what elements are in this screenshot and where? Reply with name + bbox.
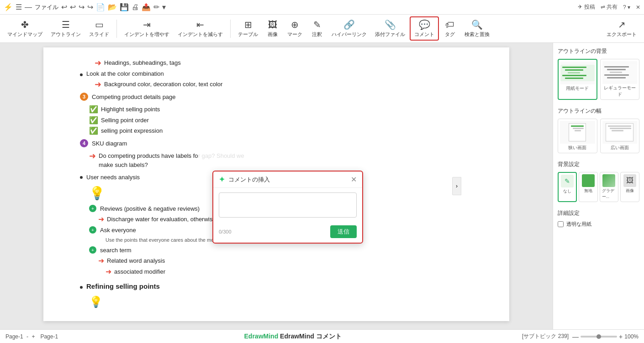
close-dialog-btn[interactable]: ✕	[351, 175, 357, 184]
zoom-slider[interactable]	[581, 336, 617, 338]
theme-regular-preview	[602, 61, 638, 84]
tag-btn[interactable]: 🏷 タグ	[440, 18, 460, 40]
comment-label: コメント	[414, 31, 434, 38]
bg-solid-btn[interactable]: 無地	[579, 172, 598, 202]
outline-btn[interactable]: ☰ アウトライン	[47, 17, 84, 40]
bg-gradient-icon	[602, 174, 615, 187]
width-narrow-btn[interactable]: 狭い画面	[558, 119, 597, 153]
preview-line	[612, 130, 623, 131]
open-icon[interactable]: 📂	[108, 3, 117, 11]
save-icon[interactable]: 💾	[120, 3, 129, 11]
window-icon[interactable]: ⚡	[4, 3, 13, 11]
undo-step-btn[interactable]: ↩	[70, 3, 76, 11]
new-file-icon[interactable]: 📄	[96, 3, 105, 11]
lightbulb-row-2: 💡	[80, 296, 491, 308]
mini-line	[562, 67, 586, 68]
export-btn[interactable]: ↗ エクスポート	[603, 17, 640, 40]
note-btn[interactable]: ✎ 注釈	[307, 17, 327, 40]
undo-btn[interactable]: ↩	[61, 3, 67, 11]
mini-outline-plain	[602, 64, 638, 81]
export-icon[interactable]: 📤	[142, 3, 151, 11]
mark-btn[interactable]: ⊕ マーク	[284, 17, 306, 40]
transparent-paper-checkbox[interactable]: 透明な用紙	[558, 221, 639, 228]
note-icon: ✎	[313, 19, 321, 30]
transparent-checkbox-input[interactable]	[558, 221, 564, 227]
more-icon[interactable]: ▾	[162, 3, 166, 11]
mini-outline-green	[560, 65, 595, 81]
outline-label: アウトライン	[51, 31, 81, 38]
table-btn[interactable]: ⊞ テーブル	[234, 17, 262, 40]
redo-btn[interactable]: ↪	[79, 3, 84, 11]
theme-regular-btn[interactable]: レギュラーモード	[600, 59, 640, 100]
mini-line	[604, 66, 629, 68]
share-icon[interactable]: ⇌ 共有	[601, 3, 618, 11]
menu-icon[interactable]: ☰	[16, 3, 22, 11]
mini-line	[562, 75, 586, 76]
page-canvas[interactable]: ➜ Headings, subheadings, tags Look at th…	[0, 43, 553, 329]
bg-none-btn[interactable]: ✎ なし	[558, 172, 577, 202]
bg-image-btn[interactable]: 🖼 画像	[620, 172, 639, 202]
toolbar: ✤ マインドマップ ☰ アウトライン ▭ スライド ⇥ インデントを増やす ⇤ …	[0, 15, 644, 43]
image-btn[interactable]: 🖼 画像	[263, 18, 283, 40]
print-icon[interactable]: 🖨	[132, 3, 139, 11]
bg-gradient-btn[interactable]: グラデー...	[600, 172, 619, 202]
item-text: associated modifier	[114, 267, 165, 276]
mini-line	[565, 69, 583, 71]
wide-preview-box	[606, 123, 633, 141]
bg-image-label: 画像	[626, 188, 634, 194]
help-icon[interactable]: ? ▾	[623, 4, 630, 10]
red-arrow-icon: ➜	[98, 256, 104, 265]
theme-paper-btn[interactable]: 用紙モード	[558, 59, 597, 100]
list-item: + search term	[80, 246, 491, 255]
width-wide-btn[interactable]: 広い画面	[600, 119, 640, 153]
preview-line	[573, 128, 584, 129]
width-grid: 狭い画面 広い画面	[558, 119, 639, 153]
mindmap-btn[interactable]: ✤ マインドマップ	[4, 17, 46, 40]
mini-line	[610, 72, 622, 73]
indent-less-btn[interactable]: ⇤ インデントを減らす	[174, 17, 227, 40]
sidebar-toggle-btn[interactable]: ›	[452, 177, 461, 195]
green-circle-icon: +	[89, 246, 96, 254]
theme-regular-label: レギュラーモード	[602, 85, 638, 98]
zoom-out-btn[interactable]: —	[572, 333, 579, 340]
list-item: ➜ associated modifier	[80, 267, 491, 276]
bg-settings-section: 背景設定 ✎ なし 無地 グラデー... �	[558, 161, 639, 202]
hyperlink-btn[interactable]: 🔗 ハイパーリンク	[328, 17, 370, 40]
item-text: Competing product details page	[92, 93, 176, 102]
page-content: ➜ Headings, subheadings, tags Look at th…	[43, 47, 509, 321]
item-text: Background color, decoration color, text…	[104, 80, 222, 89]
comment-btn[interactable]: 💬 コメント	[410, 16, 439, 41]
search-btn[interactable]: 🔍 検索と置換	[461, 17, 493, 40]
number-bullet-icon: 3	[80, 93, 88, 101]
indent-more-icon: ⇥	[143, 19, 151, 30]
add-page-btn[interactable]: +	[32, 333, 35, 340]
slide-btn[interactable]: ▭ スライド	[85, 17, 113, 40]
narrow-preview-box	[569, 123, 586, 141]
minimize-icon[interactable]: —	[25, 3, 32, 11]
status-center: EdrawMind EdrawMind コメント	[63, 333, 522, 341]
app-name[interactable]: ファイル	[35, 3, 58, 11]
comment-input[interactable]	[219, 192, 357, 218]
edit-icon[interactable]: ✏	[153, 3, 159, 11]
zoom-in-btn[interactable]: +	[619, 333, 623, 340]
search-label: 検索と置換	[465, 31, 490, 38]
number-bullet-icon: 4	[80, 139, 88, 147]
app-title: EdrawMind EdrawMind コメント	[244, 333, 342, 340]
page-sep: -	[26, 333, 28, 340]
tag-label: タグ	[445, 31, 455, 38]
attachment-btn[interactable]: 📎 添付ファイル	[371, 17, 409, 40]
close-btn[interactable]: ✕	[636, 4, 640, 10]
search-icon: 🔍	[471, 19, 483, 30]
dot-bullet-icon	[80, 286, 83, 289]
redo-step-btn[interactable]: ↪	[87, 3, 93, 11]
send-comment-btn[interactable]: 送信	[330, 225, 357, 238]
indent-more-btn[interactable]: ⇥ インデントを増やす	[121, 17, 173, 40]
send-icon[interactable]: ✈ 投稿	[578, 3, 595, 11]
dot-bullet-icon	[80, 176, 83, 179]
content-area: ➜ Headings, subheadings, tags Look at th…	[0, 43, 553, 329]
item-text: Ask everyone	[100, 226, 136, 235]
list-item: ➜ Headings, subheadings, tags	[80, 58, 491, 68]
red-arrow-icon: ➜	[89, 151, 96, 161]
transparent-label: 透明な用紙	[566, 221, 591, 228]
red-arrow-icon: ➜	[106, 267, 111, 276]
